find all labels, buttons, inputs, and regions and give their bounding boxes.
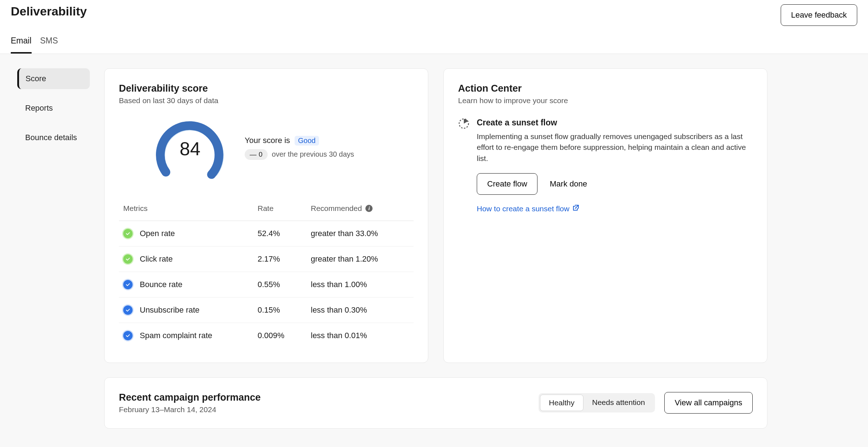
- metric-name: Click rate: [140, 254, 173, 264]
- progress-circle-icon: [458, 118, 470, 129]
- segment-needs-attention[interactable]: Needs attention: [583, 395, 654, 411]
- table-row: Bounce rate 0.55% less than 1.00%: [119, 272, 414, 298]
- table-row: Unsubscribe rate 0.15% less than 0.30%: [119, 298, 414, 323]
- score-delta-pill: — 0: [245, 149, 268, 160]
- score-status-prefix: Your score is: [245, 136, 290, 145]
- metric-recommended: less than 0.30%: [311, 305, 409, 315]
- score-status-badge: Good: [295, 136, 319, 146]
- sidebar-item-bounce-details[interactable]: Bounce details: [17, 127, 90, 148]
- leave-feedback-button[interactable]: Leave feedback: [781, 4, 857, 26]
- score-gauge: 84: [153, 117, 227, 178]
- how-to-link-label: How to create a sunset flow: [477, 204, 569, 213]
- check-circle-icon: [123, 254, 133, 264]
- check-circle-icon: [123, 331, 133, 340]
- score-delta-value: 0: [259, 151, 263, 158]
- score-value: 84: [153, 117, 227, 178]
- deliverability-score-card: Deliverability score Based on last 30 da…: [104, 68, 428, 363]
- info-icon[interactable]: i: [365, 205, 373, 212]
- table-row: Click rate 2.17% greater than 1.20%: [119, 246, 414, 272]
- metric-name: Open rate: [140, 229, 175, 238]
- metric-rate: 2.17%: [258, 254, 311, 264]
- channel-tabs: Email SMS: [0, 26, 868, 54]
- how-to-link[interactable]: How to create a sunset flow: [477, 204, 580, 213]
- sidebar-item-reports[interactable]: Reports: [17, 98, 90, 119]
- metric-rate: 0.009%: [258, 331, 311, 340]
- dash-icon: —: [250, 151, 257, 158]
- action-item-description: Implementing a sunset flow gradually rem…: [477, 131, 753, 164]
- table-row: Open rate 52.4% greater than 33.0%: [119, 221, 414, 246]
- action-center-title: Action Center: [458, 83, 753, 94]
- external-link-icon: [572, 204, 580, 213]
- page-title: Deliverability: [11, 4, 87, 18]
- campaign-date-range: February 13–March 14, 2024: [119, 405, 261, 414]
- sidebar: Score Reports Bounce details: [0, 68, 90, 157]
- col-header-metrics: Metrics: [123, 204, 258, 213]
- col-header-recommended: Recommended: [311, 204, 362, 213]
- sidebar-item-score[interactable]: Score: [17, 68, 90, 89]
- action-center-subtitle: Learn how to improve your score: [458, 96, 753, 105]
- create-flow-button[interactable]: Create flow: [477, 173, 537, 195]
- check-circle-icon: [123, 280, 133, 289]
- segment-healthy[interactable]: Healthy: [540, 395, 583, 411]
- score-delta-note: over the previous 30 days: [272, 150, 354, 158]
- score-card-title: Deliverability score: [119, 83, 414, 94]
- mark-done-button[interactable]: Mark done: [542, 174, 594, 194]
- metrics-table: Metrics Rate Recommended i: [119, 196, 414, 348]
- table-row: Spam complaint rate 0.009% less than 0.0…: [119, 323, 414, 348]
- recent-campaign-card: Recent campaign performance February 13–…: [104, 377, 767, 429]
- action-center-card: Action Center Learn how to improve your …: [443, 68, 767, 363]
- tab-sms[interactable]: SMS: [40, 36, 58, 54]
- metric-recommended: greater than 33.0%: [311, 229, 409, 238]
- campaign-card-title: Recent campaign performance: [119, 392, 261, 403]
- col-header-rate: Rate: [258, 204, 311, 213]
- view-all-campaigns-button[interactable]: View all campaigns: [664, 392, 753, 414]
- metric-recommended: less than 1.00%: [311, 280, 409, 289]
- campaign-filter-segment: Healthy Needs attention: [539, 393, 655, 413]
- metric-rate: 0.55%: [258, 280, 311, 289]
- score-status-line: Your score is Good: [245, 136, 354, 146]
- metric-name: Spam complaint rate: [140, 331, 212, 340]
- metric-rate: 0.15%: [258, 305, 311, 315]
- metric-recommended: greater than 1.20%: [311, 254, 409, 264]
- check-circle-icon: [123, 229, 133, 238]
- metric-name: Unsubscribe rate: [140, 305, 199, 315]
- tab-email[interactable]: Email: [11, 36, 32, 54]
- metric-name: Bounce rate: [140, 280, 183, 289]
- check-circle-icon: [123, 305, 133, 315]
- metric-recommended: less than 0.01%: [311, 331, 409, 340]
- score-card-subtitle: Based on last 30 days of data: [119, 96, 414, 105]
- action-item-title: Create a sunset flow: [477, 118, 753, 128]
- metric-rate: 52.4%: [258, 229, 311, 238]
